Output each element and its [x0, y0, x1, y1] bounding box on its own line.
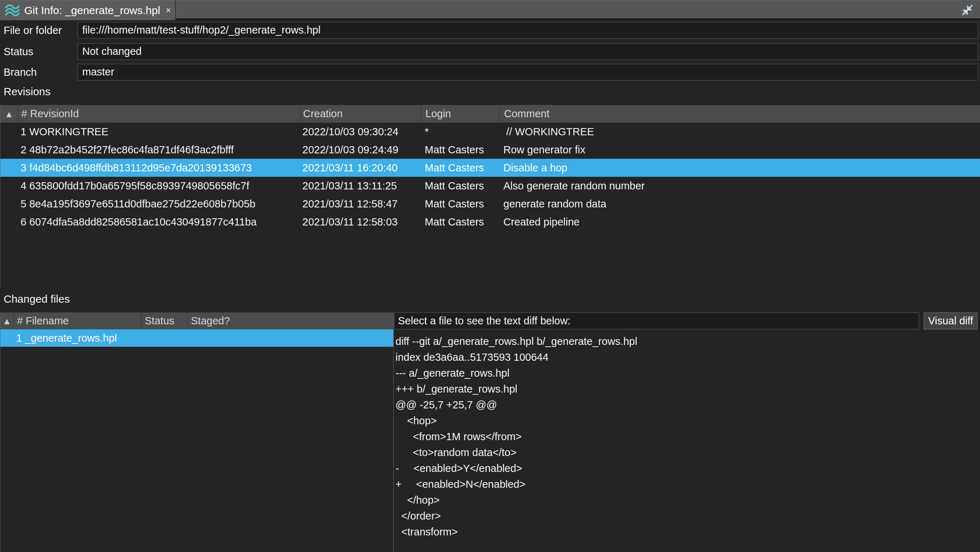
file-or-folder-label: File or folder [3, 22, 76, 38]
revisions-section-label: Revisions [3, 86, 51, 98]
file-status [141, 329, 187, 347]
tab-title: Git Info: _generate_rows.hpl [24, 4, 160, 17]
files-header-staged[interactable]: Staged? [187, 312, 393, 329]
visual-diff-button[interactable]: Visual diff [924, 312, 977, 329]
revision-login: Matt Casters [420, 141, 499, 159]
revisions-table: ▴ # RevisionId Creation Login Comment 1W… [0, 105, 980, 288]
branch-field[interactable]: master [78, 64, 978, 80]
revision-id: 8e4a195f3697e6511d0dfbae275d22e608b7b05b [29, 198, 256, 210]
file-or-folder-field[interactable]: file:///home/matt/test-stuff/hop2/_gener… [78, 22, 978, 38]
revision-creation: 2022/10/03 09:24:49 [300, 141, 420, 159]
revision-login: * [420, 122, 499, 141]
diff-line: + <enabled>N</enabled> [396, 476, 979, 492]
revision-number: 3 [21, 159, 26, 177]
revision-row[interactable]: 1WORKINGTREE 2022/10/03 09:30:24 * // WO… [0, 122, 980, 141]
tab-bar: Git Info: _generate_rows.hpl × [0, 0, 980, 20]
revision-row[interactable]: 66074dfa5a8dd82586581ac10c430491877c411b… [0, 213, 980, 231]
diff-line: +++ b/_generate_rows.hpl [396, 381, 979, 397]
file-name: _generate_rows.hpl [25, 332, 117, 344]
revision-creation: 2022/10/03 09:30:24 [300, 122, 420, 141]
revision-login: Matt Casters [420, 159, 499, 177]
revision-login: Matt Casters [420, 195, 499, 213]
revision-row[interactable]: 58e4a195f3697e6511d0dfbae275d22e608b7b05… [0, 195, 980, 213]
tab-git-info[interactable]: Git Info: _generate_rows.hpl × [0, 0, 176, 20]
diff-file-prompt-field[interactable]: Select a file to see the text diff below… [394, 312, 919, 329]
revision-id: 48b72a2b452f27fec86c4fa871df46f3ac2fbfff [29, 144, 234, 156]
revision-id: f4d84bc6d498ffdb813112d95e7da20139133673 [29, 162, 252, 173]
status-field[interactable]: Not changed [78, 43, 978, 60]
revisions-header-comment[interactable]: Comment [499, 105, 980, 122]
collapse-panel-icon[interactable] [961, 3, 974, 17]
diff-line: - <enabled>Y</enabled> [396, 460, 979, 476]
revision-id: 635800fdd17b0a65795f58c8939749805658fc7f [29, 180, 249, 192]
revision-number: 1 [21, 122, 26, 141]
git-info-window: Git Info: _generate_rows.hpl × File or f… [0, 0, 980, 552]
diff-line: </hop> [396, 492, 979, 508]
diff-line: <transform> [396, 524, 979, 540]
revision-number: 4 [21, 177, 26, 195]
changed-file-row-selected[interactable]: 1_generate_rows.hpl [0, 329, 393, 347]
revisions-header-revisionid[interactable]: # RevisionId [18, 105, 300, 122]
files-header-filename[interactable]: # Filename [13, 312, 141, 329]
revision-comment: Disable a hop [499, 159, 980, 177]
status-row: Status Not changed [0, 43, 980, 60]
revision-number: 5 [21, 195, 26, 213]
revision-row-selected[interactable]: 3f4d84bc6d498ffdb813112d95e7da2013913367… [0, 159, 980, 177]
revision-creation: 2021/03/11 12:58:47 [300, 195, 420, 213]
revision-comment: generate random data [499, 195, 980, 213]
revisions-table-header: ▴ # RevisionId Creation Login Comment [0, 105, 980, 122]
revision-creation: 2021/03/11 16:20:40 [300, 159, 420, 177]
revision-id: 6074dfa5a8dd82586581ac10c430491877c411ba [29, 216, 256, 227]
revision-login: Matt Casters [420, 177, 499, 195]
revision-login: Matt Casters [420, 213, 499, 231]
branch-row: Branch master [0, 64, 980, 80]
revision-creation: 2021/03/11 12:58:03 [300, 213, 420, 231]
revision-creation: 2021/03/11 13:11:25 [300, 177, 420, 195]
revision-comment: Also generate random number [499, 177, 980, 195]
revisions-header-creation[interactable]: Creation [300, 105, 420, 122]
revision-comment: // WORKINGTREE [499, 122, 980, 141]
revision-comment: Created pipeline [499, 213, 980, 231]
revision-row[interactable]: 248b72a2b452f27fec86c4fa871df46f3ac2fbff… [0, 141, 980, 159]
file-staged [187, 329, 393, 347]
diff-line: </order> [396, 508, 979, 524]
changed-files-section-label: Changed files [3, 293, 70, 305]
revision-id: WORKINGTREE [29, 126, 108, 137]
status-label: Status [3, 43, 76, 60]
diff-line: @@ -25,7 +25,7 @@ [396, 397, 979, 413]
diff-panel: Select a file to see the text diff below… [393, 312, 980, 552]
changed-files-header: ▴ # Filename Status Staged? [0, 312, 393, 329]
diff-line: index de3a6aa..5173593 100644 [396, 349, 979, 365]
file-number: 1 [16, 329, 22, 347]
changed-files-table: ▴ # Filename Status Staged? 1_generate_r… [0, 312, 393, 552]
revision-row[interactable]: 4635800fdd17b0a65795f58c8939749805658fc7… [0, 177, 980, 195]
diff-line: <from>1M rows</from> [396, 429, 979, 444]
revision-number: 2 [21, 141, 26, 159]
hop-logo-icon [5, 3, 19, 17]
diff-line: diff --git a/_generate_rows.hpl b/_gener… [396, 333, 979, 349]
diff-line: <to>random data</to> [396, 444, 979, 460]
diff-text-area[interactable]: diff --git a/_generate_rows.hpl b/_gener… [396, 333, 979, 552]
revisions-header-login[interactable]: Login [420, 105, 499, 122]
file-or-folder-row: File or folder file:///home/matt/test-st… [0, 22, 980, 38]
diff-line: <hop> [396, 413, 979, 429]
files-header-status[interactable]: Status [141, 312, 187, 329]
branch-label: Branch [3, 64, 76, 80]
revision-comment: Row generator fix [499, 141, 980, 159]
diff-line: --- a/_generate_rows.hpl [396, 365, 979, 381]
revision-number: 6 [21, 213, 26, 231]
sort-asc-icon[interactable]: ▴ [0, 105, 18, 122]
tab-close-icon[interactable]: × [165, 5, 171, 16]
sort-asc-icon[interactable]: ▴ [0, 312, 13, 329]
